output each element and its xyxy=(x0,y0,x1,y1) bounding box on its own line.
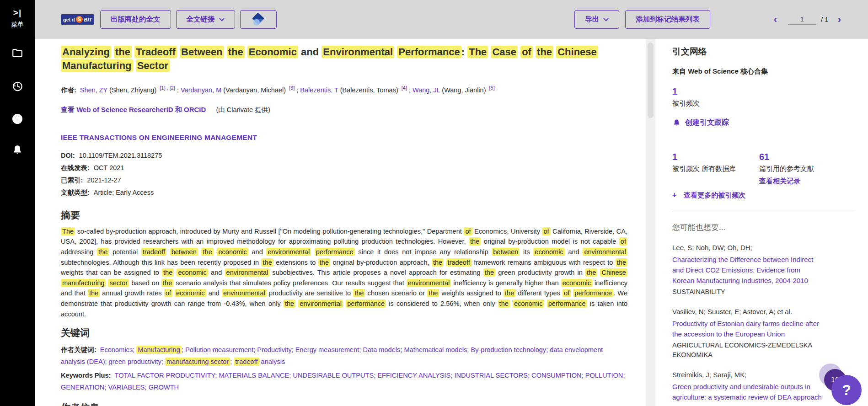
suggestion-title-link[interactable]: Green productivity and undesirable outpu… xyxy=(672,381,823,402)
view-more-citations-link[interactable]: + 查看更多的被引频次 xyxy=(672,191,858,200)
citation-network-panel: 引文网络 来自 Web of Science 核心合集 1 被引频次 创建引文跟… xyxy=(655,39,868,406)
author-info-heading: 作者信息 xyxy=(61,401,627,406)
kite-diamond-icon xyxy=(252,13,264,26)
panel-scrollbar[interactable] xyxy=(646,39,655,406)
all-databases-stat: 1 被引频次 所有数据库 xyxy=(672,152,759,186)
cited-references-stat: 61 篇引用的参考文献 查看相关记录 xyxy=(759,152,814,186)
menu-label: 菜单 xyxy=(11,21,24,29)
fulltext-links-label: 全文链接 xyxy=(187,15,215,24)
author-fullname: (Balezentis, Tomas) xyxy=(338,86,400,94)
meta-row: DOI:10.1109/TEM.2021.3118275 xyxy=(61,150,627,162)
next-page-button[interactable]: › xyxy=(835,15,844,25)
author-fullname: (Shen, Zhiyang) xyxy=(107,86,158,94)
meta-value: 2021-12-27 xyxy=(87,176,121,184)
suggestions-heading: 您可能也想要... xyxy=(672,222,858,233)
chevron-down-icon xyxy=(219,18,225,21)
abstract-text: The so-called by-production approach, in… xyxy=(61,226,627,319)
journal-link[interactable]: IEEE TRANSACTIONS ON ENGINEERING MANAGEM… xyxy=(61,134,627,142)
keywords-plus[interactable]: Keywords Plus:TOTAL FACTOR PRODUCTIVITY;… xyxy=(61,369,627,393)
nav-folder-button[interactable] xyxy=(0,47,35,59)
view-more-citations-label[interactable]: 查看更多的被引频次 xyxy=(684,191,745,200)
author-affiliation-sup[interactable]: [3] xyxy=(289,85,295,91)
add-to-marked-list-button[interactable]: 添加到标记结果列表 xyxy=(625,10,710,29)
author-keywords-label: 作者关键词: xyxy=(61,346,96,353)
author-link[interactable]: Shen, ZY xyxy=(80,86,107,94)
author-keywords-links[interactable]: Economics; Manufacturing; Pollution meas… xyxy=(61,346,603,366)
sidebar-divider xyxy=(672,212,854,212)
author-link[interactable]: Wang, JL xyxy=(413,86,440,94)
suggestion-journal: AGRICULTURAL ECONOMICS-ZEMEDELSKA EKONOM… xyxy=(672,341,823,360)
nav-history-button[interactable] xyxy=(0,80,35,92)
meta-row: 在线发表:OCT 2021 xyxy=(61,162,627,174)
abstract-heading: 摘要 xyxy=(61,209,627,222)
author-affiliation-sup[interactable]: [4] xyxy=(402,85,407,91)
core-collection-subheading: 来自 Web of Science 核心合集 xyxy=(672,67,858,76)
author-link[interactable]: Balezentis, T xyxy=(300,86,338,94)
page-total: / 1 xyxy=(821,16,829,23)
author-fullname: (Wang, Jianlin) xyxy=(440,86,488,94)
left-nav-rail: >| 菜单 xyxy=(0,0,35,406)
keywords-plus-label: Keywords Plus: xyxy=(61,372,111,379)
nav-alerts-button[interactable] xyxy=(0,144,35,156)
citation-network-heading: 引文网络 xyxy=(672,46,858,58)
meta-label: 在线发表: xyxy=(61,164,90,171)
get-it-bit-logo[interactable]: get it S BIT xyxy=(61,14,94,25)
meta-label: 文献类型: xyxy=(61,189,90,196)
author-affiliation-sup[interactable]: [5] xyxy=(489,85,495,91)
meta-row: 文献类型:Article; Early Access xyxy=(61,187,627,199)
researcherid-note: (由 Clarivate 提供) xyxy=(216,106,270,113)
export-button[interactable]: 导出 xyxy=(574,10,619,29)
fulltext-links-button[interactable]: 全文链接 xyxy=(176,10,235,29)
times-cited-label: 被引频次 xyxy=(672,99,858,108)
refs-count[interactable]: 61 xyxy=(759,152,814,162)
meta-rows: DOI:10.1109/TEM.2021.3118275在线发表:OCT 202… xyxy=(61,150,627,199)
meta-value: OCT 2021 xyxy=(94,164,124,171)
nav-account-button[interactable] xyxy=(0,113,35,125)
author-affiliation-sup[interactable]: [1] , [2] xyxy=(160,85,175,91)
suggestion-title-link[interactable]: Productivity of Estonian dairy farms dec… xyxy=(672,318,823,339)
suggestion-journal: SUSTAINABILITY xyxy=(672,287,823,297)
refs-label: 篇引用的参考文献 xyxy=(759,165,814,173)
researcherid-link[interactable]: 查看 Web of Science ResearcherID 和 ORCID xyxy=(61,106,206,113)
suggestion-item: Vasiliev, N; Suuster, E; Astover, A; et … xyxy=(672,307,823,360)
logo-text-bit: BIT xyxy=(84,17,92,22)
keywords-plus-links[interactable]: TOTAL FACTOR PRODUCTIVITY; MATERIALS BAL… xyxy=(61,372,625,391)
chevron-down-icon xyxy=(603,18,609,21)
times-cited-count[interactable]: 1 xyxy=(672,86,858,97)
view-related-records-link[interactable]: 查看相关记录 xyxy=(759,177,800,186)
all-db-label: 被引频次 所有数据库 xyxy=(672,165,759,173)
suggestion-item: Streimikis, J; Saraji, MK; Green product… xyxy=(672,370,823,402)
main-area: Analyzing the Tradeoff Between the Econo… xyxy=(35,39,868,406)
expand-menu-icon: >| xyxy=(13,8,21,18)
citation-stats-row: 1 被引频次 所有数据库 61 篇引用的参考文献 查看相关记录 xyxy=(672,152,858,186)
authors-label: 作者: xyxy=(61,86,76,94)
prev-page-button[interactable]: ‹ xyxy=(771,15,780,25)
history-clock-icon xyxy=(11,80,23,92)
bell-icon xyxy=(11,144,23,156)
author-fullname: (Vardanyan, Michael) xyxy=(221,86,288,94)
help-button[interactable]: ? xyxy=(831,375,862,405)
endnote-click-button[interactable] xyxy=(240,10,277,29)
article-panel: Analyzing the Tradeoff Between the Econo… xyxy=(35,39,646,406)
suggestion-item: Lee, S; Noh, DW; Oh, DH; Characterizing … xyxy=(672,243,823,297)
author-keywords[interactable]: 作者关键词:Economics; Manufacturing; Pollutio… xyxy=(61,344,627,368)
suggestion-title-link[interactable]: Characterizing the Difference between In… xyxy=(672,254,823,286)
all-db-count[interactable]: 1 xyxy=(672,152,759,162)
article-title: Analyzing the Tradeoff Between the Econo… xyxy=(61,45,627,73)
author-separator: ; xyxy=(407,86,413,94)
researcherid-line: 查看 Web of Science ResearcherID 和 ORCID (… xyxy=(61,106,627,114)
top-toolbar: get it S BIT 出版商处的全文 全文链接 导出 添加到标记结果列表 ‹… xyxy=(35,0,868,39)
meta-value: Article; Early Access xyxy=(94,189,154,196)
logo-g-ball-icon: S xyxy=(76,16,83,23)
suggestion-authors: Vasiliev, N; Suuster, E; Astover, A; et … xyxy=(672,307,823,317)
page-number-input[interactable] xyxy=(788,14,816,25)
scrollbar-thumb[interactable] xyxy=(648,43,654,118)
create-citation-alert-link[interactable]: 创建引文跟踪 xyxy=(672,118,858,128)
suggestion-authors: Streimikis, J; Saraji, MK; xyxy=(672,370,823,380)
bell-icon xyxy=(672,118,681,127)
author-link[interactable]: Vardanyan, M xyxy=(181,86,221,94)
menu-expand-button[interactable]: >| 菜单 xyxy=(0,8,35,29)
fulltext-publisher-button[interactable]: 出版商处的全文 xyxy=(100,10,171,29)
keywords-heading: 关键词 xyxy=(61,326,627,339)
authors-line: 作者:Shen, ZY (Shen, Zhiyang) [1] , [2] ; … xyxy=(61,83,610,95)
